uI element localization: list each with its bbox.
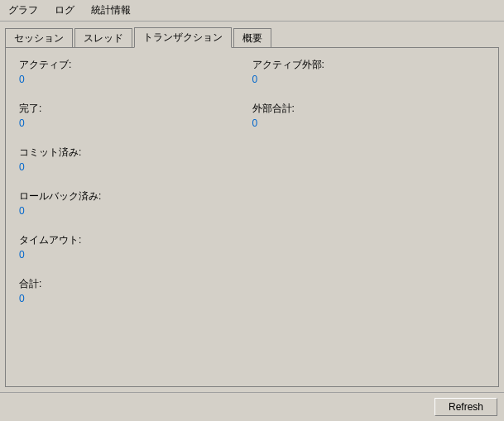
content-area: セッション スレッド トランザクション 概要 アクティブ: 0 完了: 0 コミ <box>0 22 504 392</box>
tab-thread[interactable]: スレッド <box>74 28 132 48</box>
stat-committed: コミット済み: 0 <box>19 146 236 173</box>
main-window: グラフ ログ 統計情報 セッション スレッド トランザクション 概要 アクティブ… <box>0 0 504 421</box>
stat-active-external-label: アクティブ外部: <box>252 58 486 72</box>
stat-complete-value[interactable]: 0 <box>19 117 236 129</box>
tab-session[interactable]: セッション <box>5 28 73 48</box>
tab-transaction[interactable]: トランザクション <box>134 27 232 48</box>
stats-right-column: アクティブ外部: 0 外部合計: 0 <box>252 58 486 321</box>
stat-timeout: タイムアウト: 0 <box>19 233 236 261</box>
stat-rollback-label: ロールバック済み: <box>19 189 236 203</box>
stat-committed-value[interactable]: 0 <box>19 161 236 173</box>
tab-bar: セッション スレッド トランザクション 概要 <box>5 26 499 47</box>
stat-total: 合計: 0 <box>19 277 236 304</box>
stat-active: アクティブ: 0 <box>19 58 236 85</box>
stat-timeout-value[interactable]: 0 <box>19 249 236 261</box>
stat-timeout-label: タイムアウト: <box>19 233 236 247</box>
stat-committed-label: コミット済み: <box>19 146 236 160</box>
stat-active-value[interactable]: 0 <box>19 74 236 85</box>
tab-summary[interactable]: 概要 <box>233 28 271 48</box>
bottom-bar: Refresh <box>0 392 504 421</box>
stat-rollback-value[interactable]: 0 <box>19 205 236 217</box>
menu-bar: グラフ ログ 統計情報 <box>0 0 504 22</box>
stat-active-label: アクティブ: <box>19 58 236 72</box>
stat-external-total-value[interactable]: 0 <box>252 117 486 129</box>
stat-active-external: アクティブ外部: 0 <box>252 58 486 85</box>
stats-left-column: アクティブ: 0 完了: 0 コミット済み: 0 ロールバック済み: 0 <box>19 58 252 321</box>
stat-external-total: 外部合計: 0 <box>252 102 486 129</box>
stat-complete: 完了: 0 <box>19 102 236 129</box>
stat-complete-label: 完了: <box>19 102 236 116</box>
refresh-button[interactable]: Refresh <box>434 398 497 416</box>
menu-graph[interactable]: グラフ <box>3 2 43 19</box>
tab-content-transaction: アクティブ: 0 完了: 0 コミット済み: 0 ロールバック済み: 0 <box>5 47 499 387</box>
stat-external-total-label: 外部合計: <box>252 102 486 116</box>
stat-total-label: 合計: <box>19 277 236 291</box>
stats-grid: アクティブ: 0 完了: 0 コミット済み: 0 ロールバック済み: 0 <box>19 58 485 321</box>
stat-active-external-value[interactable]: 0 <box>252 74 486 85</box>
menu-log[interactable]: ログ <box>50 2 79 19</box>
stat-rollback: ロールバック済み: 0 <box>19 189 236 217</box>
stat-total-value[interactable]: 0 <box>19 293 236 304</box>
menu-stats[interactable]: 統計情報 <box>86 2 136 19</box>
